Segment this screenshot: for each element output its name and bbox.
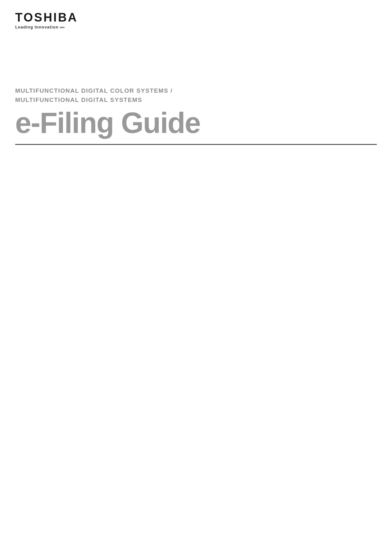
document-main-title: e-Filing Guide: [15, 108, 377, 138]
page-container: TOSHIBA Leading Innovation »»» MULTIFUNC…: [0, 0, 392, 555]
header-section: TOSHIBA Leading Innovation »»»: [0, 0, 392, 29]
subtitle-line1: MULTIFUNCTIONAL DIGITAL COLOR SYSTEMS /: [15, 86, 377, 96]
tagline-text: Leading Innovation: [15, 25, 58, 29]
tagline-arrows: »»»: [59, 25, 64, 29]
document-subtitle: MULTIFUNCTIONAL DIGITAL COLOR SYSTEMS / …: [15, 86, 377, 104]
title-divider: [15, 144, 377, 145]
logo-area: TOSHIBA Leading Innovation »»»: [15, 11, 377, 29]
subtitle-line2: MULTIFUNCTIONAL DIGITAL SYSTEMS: [15, 96, 377, 105]
logo-tagline: Leading Innovation »»»: [15, 25, 64, 29]
toshiba-logo: TOSHIBA: [15, 11, 78, 23]
content-section: MULTIFUNCTIONAL DIGITAL COLOR SYSTEMS / …: [0, 29, 392, 145]
